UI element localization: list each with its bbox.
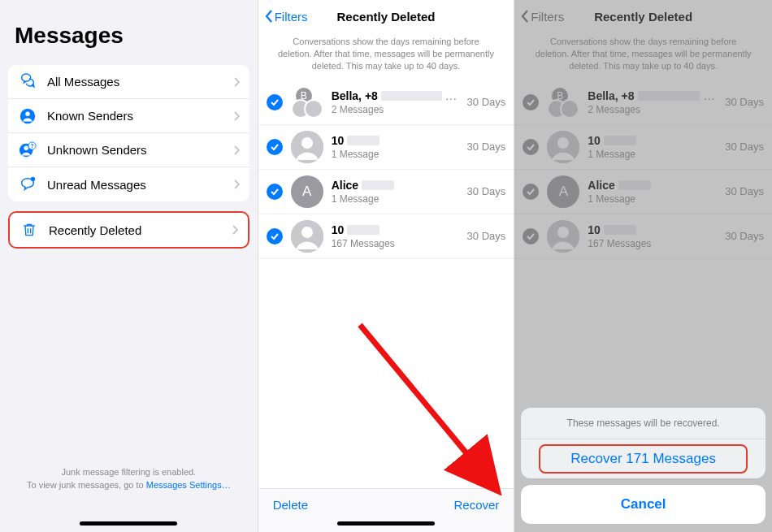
nav-title: Recently Deleted	[337, 10, 436, 24]
conversation-subtitle: 2 Messages	[332, 104, 461, 115]
filter-label: Unread Messages	[47, 178, 233, 192]
conversation-subtitle: 167 Messages	[332, 238, 461, 249]
selection-checkmark-icon[interactable]	[267, 228, 283, 244]
deleted-conversations-list: BBella, +8…2 Messages30 Days101 Message3…	[258, 80, 514, 259]
conversation-name: Bella, +8	[332, 89, 378, 102]
panel-filters: Messages All Messages Known Senders	[0, 0, 258, 532]
conversation-subtitle: 1 Message	[332, 149, 461, 160]
redacted-text	[381, 91, 442, 101]
conversation-name: 10	[332, 223, 345, 236]
svg-text:?: ?	[31, 143, 34, 149]
back-label: Filters	[275, 10, 308, 24]
filter-label: Unknown Senders	[47, 143, 233, 157]
svg-point-6	[31, 177, 35, 182]
conversation-row[interactable]: BBella, +8…2 Messages30 Days	[258, 80, 514, 125]
filter-label: Recently Deleted	[49, 223, 232, 237]
filter-known-senders[interactable]: Known Senders	[8, 99, 249, 133]
filter-unknown-senders[interactable]: ? Unknown Senders	[8, 133, 249, 167]
selection-checkmark-icon[interactable]	[267, 139, 283, 155]
more-icon: …	[445, 89, 458, 102]
chevron-right-icon	[233, 77, 240, 87]
days-remaining: 30 Days	[467, 230, 506, 242]
group-avatar-icon: B	[291, 86, 323, 119]
filter-recently-deleted[interactable]: Recently Deleted	[10, 213, 248, 247]
back-button[interactable]: Filters	[265, 10, 308, 24]
filter-label: All Messages	[47, 75, 233, 89]
selection-checkmark-icon[interactable]	[267, 94, 283, 110]
conversation-main: Alice1 Message	[332, 179, 461, 205]
redacted-text	[362, 180, 394, 190]
selection-checkmark-icon[interactable]	[267, 184, 283, 200]
filter-all-messages[interactable]: All Messages	[8, 65, 249, 99]
cancel-button[interactable]: Cancel	[521, 485, 765, 524]
subheader: Conversations show the days remaining be…	[258, 32, 514, 80]
person-avatar-icon	[291, 131, 323, 163]
conversation-main: 101 Message	[332, 134, 461, 160]
redacted-text	[347, 136, 379, 145]
conversation-name: Alice	[332, 179, 358, 192]
person-circle-icon	[18, 106, 37, 126]
chat-badge-icon	[18, 175, 37, 194]
page-title: Messages	[0, 0, 258, 60]
redacted-text	[347, 225, 379, 235]
trash-icon	[20, 220, 39, 240]
action-sheet: These messages will be recovered. Recove…	[521, 408, 765, 524]
recover-messages-button[interactable]: Recover 171 Messages	[521, 439, 765, 478]
filter-label: Known Senders	[47, 109, 233, 123]
recently-deleted-group: Recently Deleted	[8, 211, 249, 249]
nav-bar: Filters Recently Deleted	[258, 0, 514, 32]
chevron-right-icon	[233, 145, 240, 155]
home-indicator	[337, 521, 435, 526]
chevron-right-icon	[233, 111, 240, 121]
conversation-main: Bella, +8…2 Messages	[332, 89, 461, 115]
conversation-main: 10167 Messages	[332, 223, 461, 249]
home-indicator	[80, 521, 177, 526]
svg-point-3	[24, 145, 28, 150]
delete-button[interactable]: Delete	[273, 498, 308, 512]
person-avatar-icon	[291, 220, 323, 253]
panel-recover-sheet: Filters Recently Deleted Conversations s…	[514, 0, 772, 532]
filter-unread-messages[interactable]: Unread Messages	[8, 167, 249, 201]
filter-group: All Messages Known Senders ? Unknown Sen…	[8, 65, 249, 201]
days-remaining: 30 Days	[467, 96, 506, 108]
chevron-right-icon	[233, 179, 240, 189]
panel-recently-deleted: Filters Recently Deleted Conversations s…	[258, 0, 515, 532]
svg-point-8	[301, 137, 313, 149]
conversation-name: 10	[332, 134, 345, 147]
sheet-header: These messages will be recovered.	[521, 408, 765, 439]
days-remaining: 30 Days	[467, 141, 506, 153]
conversation-row[interactable]: AAlice1 Message30 Days	[258, 170, 514, 214]
chat-bubbles-icon	[18, 72, 37, 92]
conversation-row[interactable]: 101 Message30 Days	[258, 125, 514, 170]
footer-note: Junk message filtering is enabled. To vi…	[0, 466, 258, 491]
conversation-subtitle: 1 Message	[332, 193, 461, 205]
conversation-row[interactable]: 10167 Messages30 Days	[258, 214, 514, 259]
chevron-right-icon	[232, 225, 238, 235]
letter-avatar-icon: A	[291, 175, 323, 208]
person-question-icon: ?	[18, 141, 37, 160]
days-remaining: 30 Days	[467, 185, 506, 197]
svg-point-1	[25, 111, 30, 116]
messages-settings-link[interactable]: Messages Settings…	[146, 480, 231, 490]
svg-point-10	[301, 227, 313, 238]
annotation-arrow-icon	[352, 317, 514, 512]
